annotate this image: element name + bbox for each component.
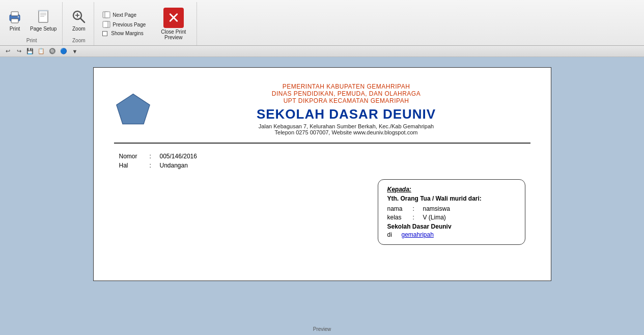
nama-label: nama [387,205,413,212]
address-di: di gemahripah [387,231,516,238]
ribbon-group-print: Print Page Setup Print [1,2,63,45]
dropdown-arrow[interactable]: ▼ [70,47,79,56]
qa-btn-3[interactable]: 📋 [37,47,46,56]
print-preview-area: PEMERINTAH KABUPATEN GEMAHRIPAH DINAS PE… [0,57,644,335]
svg-rect-2 [11,19,18,23]
redo-button[interactable]: ↪ [14,47,23,56]
header-text-block: PEMERINTAH KABUPATEN GEMAHRIPAH DINAS PE… [162,83,530,135]
svg-rect-14 [105,12,110,18]
page-setup-button[interactable]: Page Setup [27,7,59,33]
ribbon: Print Page Setup Print [0,0,644,46]
svg-rect-16 [103,21,108,27]
show-margins-checkbox[interactable] [102,31,107,36]
close-icon [163,8,184,28]
address-box: Kepada: Yth. Orang Tua / Wali murid dari… [378,179,525,245]
header-address-line2: Telepon 0275 007007, Website www.deuniv.… [162,129,530,135]
next-page-icon [102,11,110,18]
ribbon-group-zoom: Zoom Zoom [64,2,94,45]
address-school: Sekolah Dasar Deuniv [387,223,516,230]
print-button[interactable]: Print [4,7,25,33]
kelas-value: V (Lima) [423,214,446,221]
save-button[interactable]: 💾 [25,47,35,56]
qa-btn-5[interactable]: 🔵 [59,47,68,56]
document-page: PEMERINTAH KABUPATEN GEMAHRIPAH DINAS PE… [93,67,551,281]
di-value: gemahripah [402,231,434,238]
nama-colon: : [413,205,423,212]
address-to: Kepada: [387,186,516,193]
hal-colon: : [150,162,160,169]
header-line2: DINAS PENDIDIKAN, PEMUDA, DAN OLAHRAGA [162,90,530,97]
undo-button[interactable]: ↩ [3,47,12,56]
school-name: SEKOLAH DASAR DEUNIV [162,106,530,122]
document-header: PEMERINTAH KABUPATEN GEMAHRIPAH DINAS PE… [114,83,530,144]
next-page-button[interactable]: Next Page [100,10,148,19]
school-logo [114,92,152,127]
address-yth: Yth. Orang Tua / Wali murid dari: [387,195,516,202]
header-address-line1: Jalan Kebagusan 7, Kelurahan Sumber Berk… [162,123,530,129]
kelas-label: kelas [387,214,413,221]
header-line3: UPT DIKPORA KECAMATAN GEMARIPAH [162,97,530,104]
header-line1: PEMERINTAH KABUPATEN GEMAHRIPAH [162,83,530,90]
nama-value: namsiswa [423,205,450,212]
print-group-label: Print [26,37,37,44]
svg-rect-1 [11,12,18,16]
hal-label: Hal [119,162,150,169]
zoom-icon [71,9,87,25]
page-setup-label: Page Setup [30,26,57,32]
zoom-button[interactable]: Zoom [68,3,90,37]
nomor-label: Nomor [119,153,150,160]
svg-marker-17 [116,94,149,124]
di-label: di [387,231,398,238]
nomor-colon: : [150,153,160,160]
nomor-value: 005/146/2016 [160,153,197,160]
print-icon [7,9,23,25]
prev-page-icon [102,21,110,28]
document-body: Nomor : 005/146/2016 Hal : Undangan Kepa… [114,153,530,245]
hal-value: Undangan [160,162,188,169]
zoom-group-label: Zoom [72,37,86,44]
hal-field: Hal : Undangan [119,162,525,169]
preview-group-label: Preview [313,325,331,333]
qa-btn-4[interactable]: 🔘 [48,47,57,56]
kelas-field: kelas : V (Lima) [387,214,516,221]
svg-line-10 [80,18,85,22]
quick-access-toolbar: ↩ ↪ 💾 📋 🔘 🔵 ▼ [0,46,644,57]
nomor-field: Nomor : 005/146/2016 [119,153,525,160]
page-setup-icon [35,9,51,25]
nama-field: nama : namsiswa [387,205,516,212]
svg-rect-8 [38,10,48,11]
kelas-colon: : [413,214,423,221]
ribbon-group-preview: Next Page Previous Page Show Margins Clo… [95,2,197,45]
show-margins-label[interactable]: Show Margins [100,30,148,37]
prev-page-button[interactable]: Previous Page [100,20,148,29]
close-print-preview-button[interactable]: Close Print Preview [157,6,190,42]
nav-buttons: Next Page Previous Page Show Margins [98,3,150,44]
svg-point-3 [18,16,19,17]
